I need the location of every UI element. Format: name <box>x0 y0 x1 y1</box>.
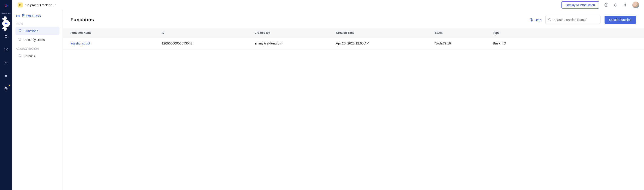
page-title: Functions <box>70 17 94 23</box>
search-icon <box>548 18 554 22</box>
th-stack[interactable]: Stack <box>435 28 493 38</box>
th-id[interactable]: ID <box>162 28 255 38</box>
brand-logo-icon[interactable] <box>3 3 9 9</box>
table-header-row: Function Name ID Created By Created Time… <box>63 28 644 38</box>
rail-item-serverless[interactable] <box>2 20 10 27</box>
sidebar-group-orchestration: ORCHESTRATION <box>16 47 60 50</box>
caret-down-icon[interactable] <box>54 3 56 7</box>
help-icon[interactable] <box>604 3 608 7</box>
project-badge[interactable]: S <box>18 3 23 8</box>
search-input[interactable] <box>554 18 598 22</box>
sidebar-item-label: Security Rules <box>24 38 44 42</box>
gear-icon[interactable] <box>623 3 628 7</box>
th-created-time[interactable]: Created Time <box>336 28 435 38</box>
cell-type: Basic I/O <box>493 38 644 49</box>
sidebar-item-label: Functions <box>24 29 38 33</box>
svg-point-14 <box>21 56 21 57</box>
avatar[interactable] <box>632 2 639 8</box>
rail-item-monitoring[interactable] <box>2 72 10 80</box>
topbar: S ShipmentTracking Deploy to Production <box>12 0 644 10</box>
svg-point-6 <box>5 75 7 77</box>
svg-rect-7 <box>6 77 6 77</box>
content: Functions Help Create Function <box>63 10 644 190</box>
svg-point-16 <box>531 21 531 21</box>
functions-table: Function Name ID Created By Created Time… <box>63 28 644 49</box>
svg-point-5 <box>7 51 8 51</box>
sidebar: Serverless FAAS Functions Security Rules… <box>12 10 63 190</box>
sidebar-title-label: Serverless <box>22 14 41 18</box>
table-row[interactable]: logistic_struct 12096000000573043 emmy@z… <box>63 38 644 49</box>
cell-id: 12096000000573043 <box>162 38 255 49</box>
sidebar-item-functions[interactable]: Functions <box>16 27 60 35</box>
sidebar-title: Serverless <box>16 14 60 18</box>
shield-icon <box>18 38 22 42</box>
sidebar-item-label: Circuits <box>24 54 35 58</box>
cell-created-by: emmy@zylker.com <box>254 38 336 49</box>
svg-point-0 <box>5 35 7 36</box>
help-link[interactable]: Help <box>530 18 542 22</box>
rail-item-global[interactable] <box>2 85 10 93</box>
sidebar-item-security-rules[interactable]: Security Rules <box>16 36 60 44</box>
th-type[interactable]: Type <box>493 28 644 38</box>
th-name[interactable]: Function Name <box>63 28 162 38</box>
svg-point-10 <box>606 6 606 6</box>
bell-icon[interactable] <box>614 3 618 7</box>
sidebar-group-faas: FAAS <box>16 22 60 25</box>
rail-item-datastore[interactable] <box>2 33 10 40</box>
svg-point-17 <box>549 19 550 20</box>
icon-rail: Services <box>0 0 12 190</box>
svg-point-13 <box>19 56 20 57</box>
braces-icon <box>18 29 22 33</box>
rail-item-integrations[interactable] <box>2 59 10 67</box>
svg-point-11 <box>625 5 626 6</box>
sidebar-item-circuits[interactable]: Circuits <box>16 52 60 60</box>
cell-created-time: Apr 26, 2023 12:05 AM <box>336 38 435 49</box>
svg-point-2 <box>4 48 5 49</box>
deploy-button[interactable]: Deploy to Production <box>562 1 599 9</box>
cell-stack: NodeJS 16 <box>435 38 493 49</box>
project-name[interactable]: ShipmentTracking <box>25 3 52 7</box>
cell-function-name[interactable]: logistic_struct <box>63 38 162 49</box>
search-input-wrap[interactable] <box>545 16 600 24</box>
svg-point-4 <box>4 51 5 51</box>
help-link-label: Help <box>534 18 542 22</box>
svg-point-12 <box>20 54 20 55</box>
circuits-icon <box>18 54 22 58</box>
rail-item-network[interactable] <box>2 46 10 54</box>
svg-point-3 <box>7 48 8 49</box>
create-function-button[interactable]: Create Function <box>604 16 636 24</box>
th-created-by[interactable]: Created By <box>254 28 336 38</box>
